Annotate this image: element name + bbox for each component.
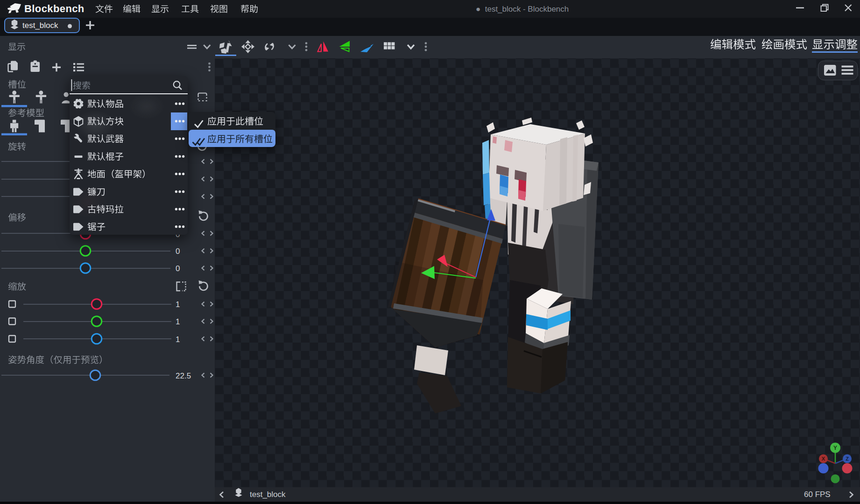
svg-text:Y: Y — [833, 445, 837, 451]
svg-text:Z: Z — [846, 456, 849, 462]
svg-text:X: X — [822, 456, 825, 462]
